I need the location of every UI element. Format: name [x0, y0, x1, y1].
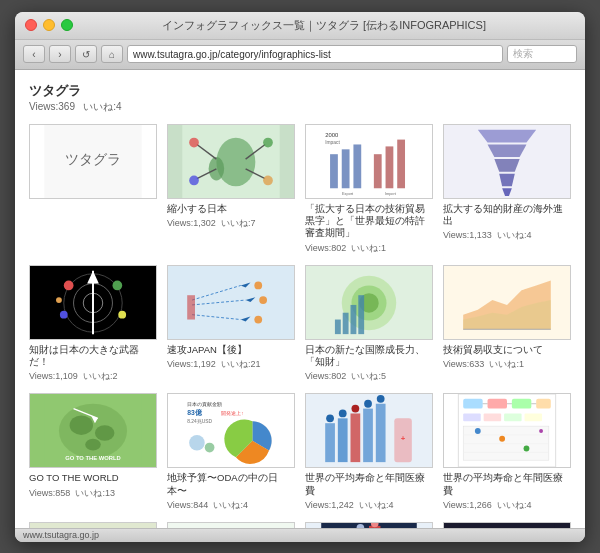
forward-button[interactable]: › — [49, 45, 71, 63]
partial-thumb-2: ODA — [167, 522, 295, 528]
back-button[interactable]: ‹ — [23, 45, 45, 63]
refresh-button[interactable]: ↺ — [75, 45, 97, 63]
svg-point-87 — [339, 410, 347, 418]
svg-text:Export: Export — [342, 191, 354, 196]
card-2[interactable]: 2000 Impact Export Import 「拡大する日 — [305, 124, 433, 255]
card-8[interactable]: GO TO THE WORLD GO TO THE WORLD Views:85… — [29, 393, 157, 512]
card-7[interactable]: 技術貿易収支について Views:633 いいね:1 — [443, 265, 571, 384]
site-meta: Views:369 いいね:4 — [29, 100, 571, 114]
svg-point-78 — [189, 435, 205, 451]
card-likes-7: いいね:1 — [489, 359, 524, 369]
card-meta-2: Views:802 いいね:1 — [305, 242, 433, 255]
svg-rect-113 — [45, 523, 141, 528]
card-title-6: 日本の新たな国際成長力、「知財」 — [305, 344, 433, 369]
card-thumb-7 — [443, 265, 571, 340]
card-thumb-10: + — [305, 393, 433, 468]
card-3[interactable]: 拡大する知的財産の海外進出 Views:1,133 いいね:4 — [443, 124, 571, 255]
card-views-2: Views:802 — [305, 243, 346, 253]
svg-rect-56 — [335, 319, 341, 334]
card-likes-11: いいね:4 — [497, 500, 532, 510]
site-likes: いいね:4 — [83, 101, 121, 112]
svg-rect-16 — [330, 154, 338, 188]
svg-rect-114 — [183, 523, 279, 528]
address-bar[interactable]: www.tsutagra.go.jp/category/infographics… — [127, 45, 503, 63]
svg-rect-18 — [353, 144, 361, 188]
svg-point-86 — [326, 415, 334, 423]
partial-card-3[interactable] — [305, 522, 433, 528]
card-likes-10: いいね:4 — [359, 500, 394, 510]
card-views-9: Views:844 — [167, 500, 208, 510]
svg-point-12 — [263, 175, 273, 185]
svg-point-36 — [64, 280, 74, 290]
maximize-button[interactable] — [61, 19, 73, 31]
toolbar: ‹ › ↺ ⌂ www.tsutagra.go.jp/category/info… — [15, 40, 585, 70]
search-box[interactable]: 検索 — [507, 45, 577, 63]
card-tsuta[interactable]: ツタグラ — [29, 124, 157, 255]
card-title-8: GO TO THE WORLD — [29, 472, 157, 484]
card-5[interactable]: 速攻JAPAN【後】 Views:1,192 いいね:21 — [167, 265, 295, 384]
partial-thumb-4 — [443, 522, 571, 528]
card-meta-1: Views:1,302 いいね:7 — [167, 217, 295, 230]
svg-text:83億: 83億 — [187, 409, 203, 417]
svg-point-11 — [189, 175, 199, 185]
card-thumb-3 — [443, 124, 571, 199]
svg-point-50 — [254, 315, 262, 323]
svg-text:Import: Import — [385, 191, 397, 196]
partial-thumb-1 — [29, 522, 157, 528]
card-1[interactable]: 縮小する日本 Views:1,302 いいね:7 — [167, 124, 295, 255]
svg-rect-102 — [484, 414, 502, 422]
card-title-7: 技術貿易収支について — [443, 344, 571, 356]
card-meta-9: Views:844 いいね:4 — [167, 499, 295, 512]
home-button[interactable]: ⌂ — [101, 45, 123, 63]
partial-thumb-3 — [305, 522, 433, 528]
site-views: Views:369 — [29, 101, 75, 112]
card-meta-3: Views:1,133 いいね:4 — [443, 229, 571, 242]
svg-rect-17 — [342, 149, 350, 188]
card-grid-row3: GO TO THE WORLD GO TO THE WORLD Views:85… — [29, 393, 571, 512]
close-button[interactable] — [25, 19, 37, 31]
card-thumb-9: 日本の貢献金額 83億 8.24兆USD 開発途上↑ — [167, 393, 295, 468]
card-thumb-tsuta: ツタグラ — [29, 124, 157, 199]
svg-point-67 — [95, 425, 114, 441]
traffic-lights — [25, 19, 73, 31]
card-11[interactable]: 世界の平均寿命と年間医療費 Views:1,266 いいね:4 — [443, 393, 571, 512]
svg-point-112 — [539, 429, 543, 433]
site-title: ツタグラ — [29, 82, 571, 100]
card-meta-7: Views:633 いいね:1 — [443, 358, 571, 371]
card-views-11: Views:1,266 — [443, 500, 492, 510]
card-likes-4: いいね:2 — [83, 371, 118, 381]
svg-rect-126 — [459, 523, 555, 528]
svg-point-49 — [259, 296, 267, 304]
partial-card-1[interactable] — [29, 522, 157, 528]
svg-rect-85 — [376, 404, 386, 462]
svg-rect-20 — [386, 146, 394, 188]
page-content: ツタグラ Views:369 いいね:4 ツタグラ — [15, 70, 585, 528]
partial-card-4[interactable] — [443, 522, 571, 528]
svg-rect-83 — [351, 414, 361, 463]
minimize-button[interactable] — [43, 19, 55, 31]
card-thumb-11 — [443, 393, 571, 468]
search-placeholder: 検索 — [513, 47, 533, 61]
card-6[interactable]: 日本の新たな国際成長力、「知財」 Views:802 いいね:5 — [305, 265, 433, 384]
card-likes-6: いいね:5 — [351, 371, 386, 381]
card-10[interactable]: + 世界の平均寿命と年間医療費 Views:1,242 いいね:4 — [305, 393, 433, 512]
svg-point-111 — [524, 446, 530, 452]
svg-point-89 — [364, 400, 372, 408]
site-header: ツタグラ Views:369 いいね:4 — [29, 82, 571, 114]
card-thumb-2: 2000 Impact Export Import — [305, 124, 433, 199]
svg-rect-21 — [397, 139, 405, 188]
card-9[interactable]: 日本の貢献金額 83億 8.24兆USD 開発途上↑ 地球予算〜 — [167, 393, 295, 512]
svg-rect-19 — [374, 154, 382, 188]
svg-rect-58 — [351, 304, 357, 333]
svg-point-88 — [351, 405, 359, 413]
card-title-11: 世界の平均寿命と年間医療費 — [443, 472, 571, 497]
svg-rect-57 — [343, 312, 349, 333]
svg-point-37 — [112, 280, 122, 290]
card-4[interactable]: 知財は日本の大きな武器だ！ Views:1,109 いいね:2 — [29, 265, 157, 384]
card-thumb-4 — [29, 265, 157, 340]
svg-text:日本の貢献金額: 日本の貢献金額 — [187, 401, 222, 407]
card-thumb-5 — [167, 265, 295, 340]
card-likes-9: いいね:4 — [213, 500, 248, 510]
partial-card-2[interactable]: ODA — [167, 522, 295, 528]
titlebar: インフォグラフィックス一覧｜ツタグラ [伝わるINFOGRAPHICS] — [15, 12, 585, 40]
